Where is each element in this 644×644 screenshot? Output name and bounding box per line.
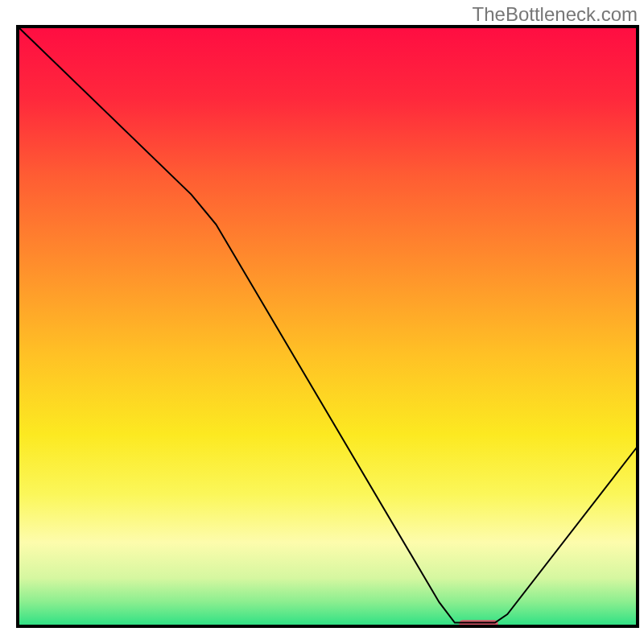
watermark-text: TheBottleneck.com [473, 3, 638, 26]
chart-container: TheBottleneck.com [0, 0, 644, 644]
bottleneck-chart [0, 0, 644, 644]
